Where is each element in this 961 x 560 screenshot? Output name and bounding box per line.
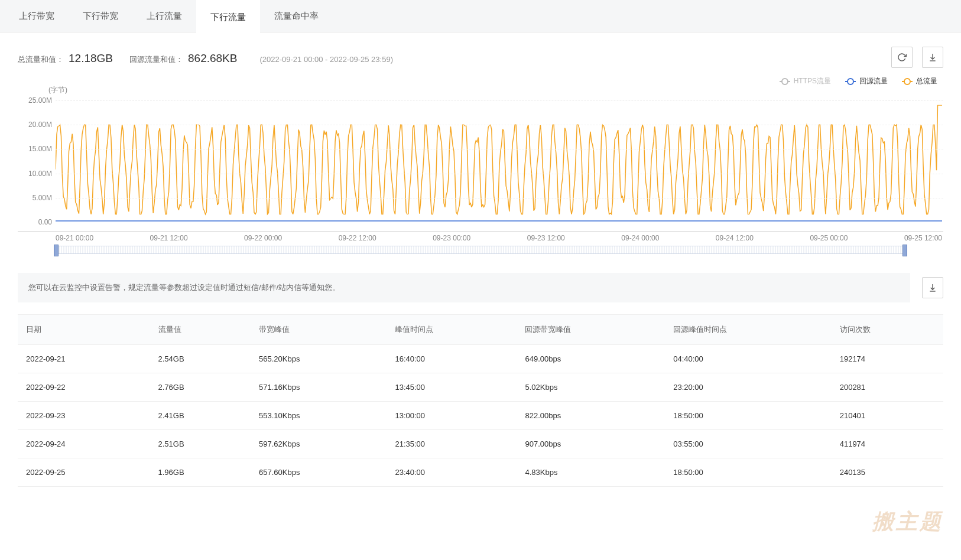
table-cell: 571.16Kbps <box>251 373 387 402</box>
col-header: 日期 <box>18 315 150 345</box>
y-tick: 0.00 <box>18 218 52 226</box>
table-cell: 657.60Kbps <box>251 458 387 487</box>
tab-up-bandwidth[interactable]: 上行带宽 <box>5 0 69 32</box>
total-traffic-label: 总流量和值： <box>18 54 64 65</box>
table-row: 2022-09-222.76GB571.16Kbps13:45:005.02Kb… <box>18 373 943 402</box>
x-tick: 09-25 12:00 <box>904 234 942 242</box>
table-cell: 210401 <box>832 402 943 430</box>
chart-legend: HTTPS流量 回源流量 总流量 <box>0 74 961 90</box>
table-cell: 23:20:00 <box>665 373 832 402</box>
table-cell: 04:40:00 <box>665 345 832 373</box>
col-header: 回源峰值时间点 <box>665 315 832 345</box>
x-tick: 09-21 12:00 <box>150 234 188 242</box>
tabs: 上行带宽 下行带宽 上行流量 下行流量 流量命中率 <box>0 0 961 32</box>
x-tick: 09-21 00:00 <box>56 234 93 242</box>
tab-up-traffic[interactable]: 上行流量 <box>132 0 196 32</box>
table-row: 2022-09-232.41GB553.10Kbps13:00:00822.00… <box>18 402 943 430</box>
x-tick: 09-23 12:00 <box>527 234 565 242</box>
table-row: 2022-09-212.54GB565.20Kbps16:40:00649.00… <box>18 345 943 373</box>
y-tick: 15.00M <box>18 145 52 153</box>
origin-traffic-label: 回源流量和值： <box>129 54 183 65</box>
table-cell: 5.02Kbps <box>517 373 665 402</box>
table-cell: 553.10Kbps <box>251 402 387 430</box>
scrub-handle-left[interactable] <box>54 245 59 256</box>
legend-total[interactable]: 总流量 <box>902 76 937 86</box>
table-cell: 2.41GB <box>150 402 251 430</box>
y-tick: 20.00M <box>18 121 52 129</box>
y-tick: 5.00M <box>18 194 52 202</box>
table-cell: 2022-09-24 <box>18 430 150 458</box>
table-cell: 18:50:00 <box>665 458 832 487</box>
table-cell: 649.00bps <box>517 345 665 373</box>
table-cell: 16:40:00 <box>387 345 517 373</box>
table-cell: 2022-09-21 <box>18 345 150 373</box>
legend-https[interactable]: HTTPS流量 <box>780 76 831 86</box>
time-scrubber[interactable] <box>56 246 905 254</box>
chart-plot[interactable] <box>56 100 942 222</box>
table-cell: 13:00:00 <box>387 402 517 430</box>
col-header: 回源带宽峰值 <box>517 315 665 345</box>
chart[interactable]: (字节) 0.005.00M10.00M15.00M20.00M25.00M <box>18 90 943 232</box>
download-table-button[interactable] <box>922 277 943 298</box>
x-tick: 09-25 00:00 <box>810 234 848 242</box>
total-traffic-value: 12.18GB <box>69 52 113 65</box>
tab-hit-rate[interactable]: 流量命中率 <box>260 0 333 32</box>
x-tick: 09-22 00:00 <box>244 234 282 242</box>
table-cell: 200281 <box>832 373 943 402</box>
download-icon <box>928 283 937 292</box>
download-chart-button[interactable] <box>922 47 943 68</box>
table-cell: 411974 <box>832 430 943 458</box>
table-cell: 2.51GB <box>150 430 251 458</box>
alert-info-banner: 您可以在云监控中设置告警，规定流量等参数超过设定值时通过短信/邮件/站内信等通知… <box>18 273 910 302</box>
legend-origin-label: 回源流量 <box>859 76 888 86</box>
download-icon <box>928 53 937 62</box>
x-axis-ticks: 09-21 00:0009-21 12:0009-22 00:0009-22 1… <box>18 232 943 242</box>
col-header: 带宽峰值 <box>251 315 387 345</box>
x-tick: 09-24 12:00 <box>716 234 754 242</box>
legend-total-swatch <box>902 81 913 82</box>
data-table: 日期流量值带宽峰值峰值时间点回源带宽峰值回源峰值时间点访问次数 2022-09-… <box>18 314 943 487</box>
refresh-icon <box>897 53 907 62</box>
table-cell: 2.54GB <box>150 345 251 373</box>
table-cell: 18:50:00 <box>665 402 832 430</box>
legend-https-label: HTTPS流量 <box>794 76 831 86</box>
x-tick: 09-23 00:00 <box>433 234 470 242</box>
scrub-handle-right[interactable] <box>902 245 907 256</box>
legend-https-swatch <box>780 81 790 82</box>
col-header: 访问次数 <box>832 315 943 345</box>
table-cell: 907.00bps <box>517 430 665 458</box>
table-cell: 597.62Kbps <box>251 430 387 458</box>
summary-row: 总流量和值： 12.18GB 回源流量和值： 862.68KB (2022-09… <box>0 32 961 74</box>
table-cell: 13:45:00 <box>387 373 517 402</box>
col-header: 流量值 <box>150 315 251 345</box>
chart-area: (字节) 0.005.00M10.00M15.00M20.00M25.00M 0… <box>0 90 961 260</box>
table-row: 2022-09-242.51GB597.62Kbps21:35:00907.00… <box>18 430 943 458</box>
legend-origin-swatch <box>845 81 856 82</box>
table-cell: 2.76GB <box>150 373 251 402</box>
table-cell: 822.00bps <box>517 402 665 430</box>
table-cell: 03:55:00 <box>665 430 832 458</box>
date-range: (2022-09-21 00:00 - 2022-09-25 23:59) <box>259 55 393 64</box>
table-cell: 2022-09-22 <box>18 373 150 402</box>
table-cell: 2022-09-25 <box>18 458 150 487</box>
table-row: 2022-09-251.96GB657.60Kbps23:40:004.83Kb… <box>18 458 943 487</box>
table-cell: 240135 <box>832 458 943 487</box>
y-tick: 10.00M <box>18 170 52 178</box>
x-tick: 09-24 00:00 <box>621 234 659 242</box>
tab-down-traffic[interactable]: 下行流量 <box>196 0 260 32</box>
table-cell: 192174 <box>832 345 943 373</box>
refresh-button[interactable] <box>891 47 913 68</box>
legend-total-label: 总流量 <box>916 76 937 86</box>
table-cell: 1.96GB <box>150 458 251 487</box>
col-header: 峰值时间点 <box>387 315 517 345</box>
y-axis-title: (字节) <box>48 85 67 95</box>
table-cell: 565.20Kbps <box>251 345 387 373</box>
table-cell: 2022-09-23 <box>18 402 150 430</box>
table-cell: 4.83Kbps <box>517 458 665 487</box>
table-cell: 21:35:00 <box>387 430 517 458</box>
x-tick: 09-22 12:00 <box>339 234 376 242</box>
tab-down-bandwidth[interactable]: 下行带宽 <box>69 0 132 32</box>
legend-origin[interactable]: 回源流量 <box>845 76 888 86</box>
origin-traffic-value: 862.68KB <box>188 52 237 65</box>
table-cell: 23:40:00 <box>387 458 517 487</box>
